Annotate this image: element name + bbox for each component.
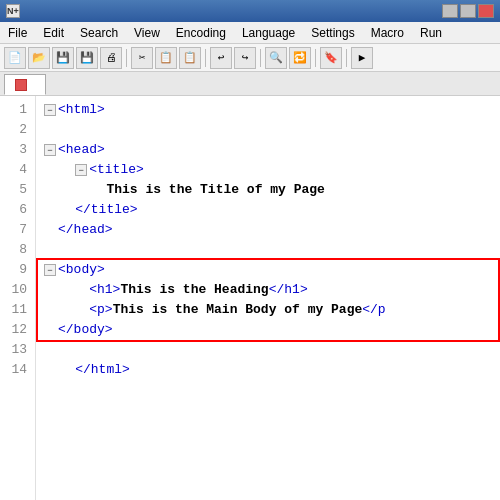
replace-button[interactable]: 🔁 <box>289 47 311 69</box>
toolbar: 📄📂💾💾🖨✂📋📋↩↪🔍🔁🔖▶ <box>0 44 500 72</box>
line-number: 7 <box>0 220 35 240</box>
code-line <box>44 240 500 260</box>
code-line: −<head> <box>44 140 500 160</box>
print-button[interactable]: 🖨 <box>100 47 122 69</box>
menu-item-edit[interactable]: Edit <box>35 22 72 43</box>
code-line: −<title> <box>44 160 500 180</box>
code-line: </title> <box>44 200 500 220</box>
toolbar-separator <box>346 49 347 67</box>
code-line: This is the Title of my Page <box>44 180 500 200</box>
window-controls <box>442 4 494 18</box>
open-file-button[interactable]: 📂 <box>28 47 50 69</box>
new-file-button[interactable]: 📄 <box>4 47 26 69</box>
line-number: 5 <box>0 180 35 200</box>
code-line: <h1>This is the Heading</h1> <box>44 280 500 300</box>
code-line <box>44 120 500 140</box>
fold-icon[interactable]: − <box>44 264 56 276</box>
line-number: 13 <box>0 340 35 360</box>
menu-item-run[interactable]: Run <box>412 22 450 43</box>
line-number: 11 <box>0 300 35 320</box>
code-area[interactable]: −<html>−<head> −<title> This is the Titl… <box>36 96 500 500</box>
code-line: −<body> <box>44 260 500 280</box>
redo-button[interactable]: ↪ <box>234 47 256 69</box>
line-number: 3 <box>0 140 35 160</box>
title-bar: N+ <box>0 0 500 22</box>
menu-item-language[interactable]: Language <box>234 22 303 43</box>
tab-file-icon <box>15 79 27 91</box>
fold-icon[interactable]: − <box>44 104 56 116</box>
menu-item-file[interactable]: File <box>0 22 35 43</box>
line-number: 10 <box>0 280 35 300</box>
tab-bar <box>0 72 500 96</box>
code-line <box>44 340 500 360</box>
line-number: 1 <box>0 100 35 120</box>
line-number: 14 <box>0 360 35 380</box>
line-numbers: 1234567891011121314 <box>0 96 36 500</box>
menu-bar: FileEditSearchViewEncodingLanguageSettin… <box>0 22 500 44</box>
menu-item-settings[interactable]: Settings <box>303 22 362 43</box>
toolbar-separator <box>315 49 316 67</box>
editor-area: 1234567891011121314 −<html>−<head> −<tit… <box>0 96 500 500</box>
line-number: 6 <box>0 200 35 220</box>
toolbar-separator <box>260 49 261 67</box>
undo-button[interactable]: ↩ <box>210 47 232 69</box>
line-number: 9 <box>0 260 35 280</box>
menu-item-macro[interactable]: Macro <box>363 22 412 43</box>
fold-icon[interactable]: − <box>75 164 87 176</box>
save-button[interactable]: 💾 <box>52 47 74 69</box>
close-button[interactable] <box>478 4 494 18</box>
line-number: 4 <box>0 160 35 180</box>
fold-icon[interactable]: − <box>44 144 56 156</box>
run-button[interactable]: ▶ <box>351 47 373 69</box>
toolbar-separator <box>205 49 206 67</box>
copy-button[interactable]: 📋 <box>155 47 177 69</box>
menu-item-search[interactable]: Search <box>72 22 126 43</box>
menu-item-view[interactable]: View <box>126 22 168 43</box>
code-line: </head> <box>44 220 500 240</box>
line-number: 8 <box>0 240 35 260</box>
toolbar-separator <box>126 49 127 67</box>
code-line: <p>This is the Main Body of my Page</p <box>44 300 500 320</box>
bookmark-button[interactable]: 🔖 <box>320 47 342 69</box>
menu-item-encoding[interactable]: Encoding <box>168 22 234 43</box>
cut-button[interactable]: ✂ <box>131 47 153 69</box>
line-number: 12 <box>0 320 35 340</box>
line-number: 2 <box>0 120 35 140</box>
paste-button[interactable]: 📋 <box>179 47 201 69</box>
app-icon: N+ <box>6 4 20 18</box>
code-line: </html> <box>44 360 500 380</box>
find-button[interactable]: 🔍 <box>265 47 287 69</box>
code-line: −<html> <box>44 100 500 120</box>
maximize-button[interactable] <box>460 4 476 18</box>
code-line: </body> <box>44 320 500 340</box>
save-all-button[interactable]: 💾 <box>76 47 98 69</box>
file-tab[interactable] <box>4 74 46 95</box>
minimize-button[interactable] <box>442 4 458 18</box>
